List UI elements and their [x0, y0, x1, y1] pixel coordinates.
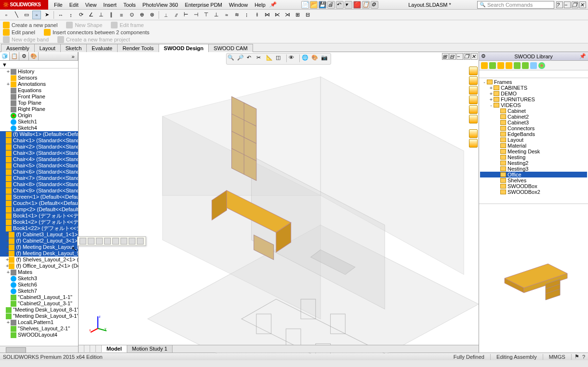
tb-rel5-icon[interactable]: ⊤	[202, 11, 211, 19]
bottom-tab-model[interactable]: Model	[102, 345, 127, 353]
tab-layout[interactable]: Layout	[34, 44, 61, 52]
tree-item[interactable]: Origin	[0, 112, 78, 119]
tree-item[interactable]: Chair<9> (Standard<<Standard	[0, 188, 78, 194]
new-icon[interactable]: 📄	[301, 1, 309, 9]
tb-rel13-icon[interactable]: ⋊	[283, 11, 292, 19]
library-item[interactable]: Nesting3	[480, 166, 587, 172]
tb-dim8-icon[interactable]: ⊙	[127, 11, 136, 19]
horizontal-scrollbar[interactable]	[0, 346, 78, 353]
tree-item[interactable]: Book1<22> (デフォルト<<デフォルト>	[0, 225, 78, 231]
library-item[interactable]: Cabinet	[480, 108, 587, 114]
tree-item[interactable]: +(f) Meeting Desk_Layout_8<1> (	[0, 244, 78, 250]
library-item[interactable]: -Frames	[480, 79, 587, 85]
lib-tb1-icon[interactable]	[481, 62, 488, 69]
tree-item[interactable]: "Meeting Desk_Layout_8-1"	[0, 307, 78, 313]
library-item[interactable]: Material	[480, 143, 587, 149]
tb-rect-icon[interactable]: ▭	[22, 11, 31, 19]
tb-select-icon[interactable]: ▫	[2, 11, 11, 19]
lib-tb5-icon[interactable]	[514, 62, 521, 69]
tb-rel12-icon[interactable]: ⋉	[273, 11, 281, 19]
tab-swood-design[interactable]: SWOOD Design	[159, 44, 209, 52]
graphics-viewport[interactable]: ⊞ ⊟ − ❐ ✕ 🔍 🔎 ↶ ✂ 📐 ◫ 👁 🌐 🎨 📷	[79, 52, 479, 353]
tree-item[interactable]: "Meeting Desk_Layout_9-1"	[0, 313, 78, 319]
fm-tab-config-icon[interactable]: ⚙	[19, 52, 29, 60]
library-item[interactable]: SWOODBox2	[480, 189, 587, 195]
library-item[interactable]: +CABINETS	[480, 85, 587, 91]
ctx-btn6-icon[interactable]	[120, 238, 127, 245]
library-item[interactable]: Shelves	[480, 177, 587, 183]
tb-rel10-icon[interactable]: ⫵	[253, 11, 261, 19]
tb-rel4-icon[interactable]: ⊣	[192, 11, 200, 19]
library-item[interactable]: Office	[480, 172, 587, 177]
tb-dim10-icon[interactable]: ⊗	[147, 11, 156, 19]
tree-item[interactable]: Sketch6	[0, 282, 78, 288]
menu-edit[interactable]: Edit	[67, 1, 81, 9]
tree-item[interactable]: Sensors	[0, 75, 78, 81]
tree-item[interactable]: Book1<1> (デフォルト<<デフォルト>	[0, 213, 78, 219]
tree-item[interactable]: "Shelves_Layout_2-1"	[0, 326, 78, 332]
status-units[interactable]: MMGS	[543, 354, 572, 360]
tree-item[interactable]: +(f) Cabinet3_Layout_1<1> (Defa	[0, 231, 78, 238]
library-item[interactable]: EdgeBands	[480, 131, 587, 137]
tb-arrow-icon[interactable]: ➤	[42, 11, 51, 19]
tb-rel15-icon[interactable]: ⊟	[303, 11, 312, 19]
help-icon[interactable]: ?	[556, 1, 563, 8]
tab-assembly[interactable]: Assembly	[1, 44, 35, 52]
status-help-icon[interactable]: ?	[582, 354, 585, 360]
lib-tb8-icon[interactable]	[538, 62, 545, 69]
menu-file[interactable]: File	[51, 1, 66, 9]
menu-photoview-360[interactable]: PhotoView 360	[140, 1, 181, 9]
save-icon[interactable]: 💾	[319, 1, 326, 9]
tree-item[interactable]: Right Plane	[0, 106, 78, 112]
tb-dim1-icon[interactable]: ↔	[56, 11, 65, 19]
ctx-btn4-icon[interactable]	[104, 238, 111, 245]
tree-item[interactable]: +(f) Cabinet2_Layout_3<1> (Def	[0, 238, 78, 244]
tree-item[interactable]: +(f) Meeting Desk_Layout_9<1> (	[0, 250, 78, 257]
tree-item[interactable]: +History	[0, 68, 78, 75]
options-icon[interactable]: 📋	[362, 1, 370, 9]
tree-item[interactable]: +(f) Shelves_Layout_2<1> (Defaul	[0, 257, 78, 263]
cmd-edit-panel[interactable]: Edit panel	[3, 29, 35, 36]
tb-dim2-icon[interactable]: ↕	[67, 11, 75, 19]
tree-item[interactable]: Front Plane	[0, 94, 78, 100]
undo-icon[interactable]: ↶	[336, 1, 344, 9]
tree-item[interactable]: +(f) Office_Layout_2<1> (Default-	[0, 263, 78, 269]
tree-item[interactable]: "Cabinet3_Layout_1-1"	[0, 294, 78, 300]
tab-render-tools[interactable]: Render Tools	[117, 44, 159, 52]
tb-rel2-icon[interactable]: ⫽	[172, 11, 180, 19]
menu-tools[interactable]: Tools	[120, 1, 139, 9]
library-item[interactable]: +DEMO	[480, 91, 587, 96]
tree-item[interactable]: Chair<6> (Standard<<Standard	[0, 169, 78, 175]
tree-item[interactable]: Sketch7	[0, 288, 78, 294]
tb-dim7-icon[interactable]: ≡	[117, 11, 126, 19]
library-item[interactable]: SWOODBox	[480, 183, 587, 189]
tree-item[interactable]: Top Plane	[0, 100, 78, 106]
tree-item[interactable]: Sketch1	[0, 119, 78, 125]
settings-icon[interactable]: ⚙	[371, 1, 378, 9]
library-tree[interactable]: -Frames+CABINETS+DEMO+FURNITURES-VIDEOSC…	[479, 78, 588, 204]
ctx-btn7-icon[interactable]	[129, 238, 135, 245]
fm-tab-collapse-icon[interactable]: »	[68, 52, 78, 60]
tree-item[interactable]: Book1<2> (デフォルト<<デフォルト>	[0, 219, 78, 225]
tree-item[interactable]: +LocalLPattern1	[0, 319, 78, 326]
tb-highlight-icon[interactable]: ▫	[32, 11, 41, 19]
tab-evaluate[interactable]: Evaluate	[86, 44, 118, 52]
tb-rel8-icon[interactable]: ≋	[232, 11, 241, 19]
ctx-btn8-icon[interactable]	[137, 238, 144, 245]
tree-item[interactable]: Chair<3> (Standard<<Standard	[0, 150, 78, 156]
library-pin-icon[interactable]: 📌	[579, 53, 586, 59]
menu-window[interactable]: Window	[226, 1, 251, 9]
ctx-btn5-icon[interactable]	[112, 238, 119, 245]
library-item[interactable]: Cabinet2	[480, 114, 587, 120]
library-item[interactable]: +FURNITURES	[480, 96, 587, 102]
lib-tb3-icon[interactable]	[497, 62, 504, 69]
fm-tab-display-icon[interactable]: 🎨	[29, 52, 39, 60]
tree-item[interactable]: +Annotations	[0, 81, 78, 87]
tree-item[interactable]: Chair<1> (Standard<<Standard	[0, 137, 78, 144]
tree-item[interactable]: Chair<2> (Standard<<Standard	[0, 144, 78, 150]
close-icon[interactable]: ✕	[579, 1, 586, 8]
library-item[interactable]: Meeting Desk	[480, 149, 587, 154]
tb-rel7-icon[interactable]: ≈	[222, 11, 231, 19]
menu-enterprise-pdm[interactable]: Enterprise PDM	[182, 1, 225, 9]
tb-rel6-icon[interactable]: ⊥	[212, 11, 221, 19]
